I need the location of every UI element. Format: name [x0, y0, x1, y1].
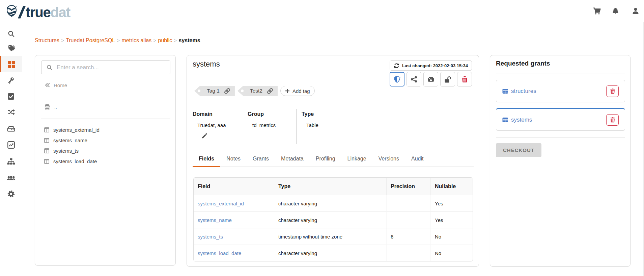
svg-text:truedat: truedat: [26, 4, 71, 20]
